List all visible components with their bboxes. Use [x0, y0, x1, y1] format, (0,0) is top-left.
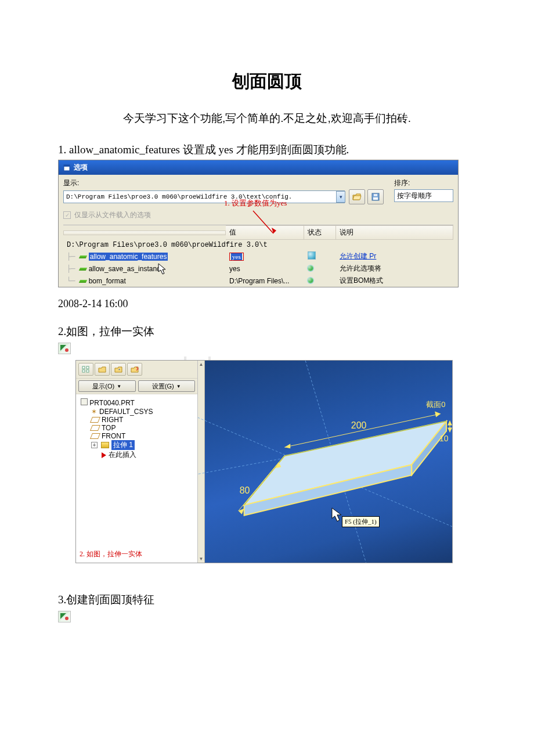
save-config-button[interactable]	[367, 189, 384, 204]
svg-rect-3	[373, 197, 378, 200]
option-value: D:\Program Files\...	[226, 276, 304, 286]
option-name: allow_anatomic_features	[89, 253, 168, 261]
svg-marker-26	[448, 421, 452, 426]
svg-rect-4	[374, 194, 377, 196]
model-geometry: 200 80 10 截面0	[198, 361, 452, 563]
timestamp-text: 2008-2-14 16:00	[58, 298, 476, 310]
expand-icon[interactable]: +	[91, 442, 98, 448]
show-label: 显示:	[63, 178, 384, 188]
options-dialog-titlebar: 选项	[59, 160, 458, 175]
tree-toolbar-button[interactable]: *	[111, 363, 126, 376]
sort-dropdown[interactable]: 按字母顺序	[394, 189, 453, 202]
tree-item[interactable]: FRONT	[78, 432, 195, 440]
feature-tooltip: F5 (拉伸_1)	[342, 516, 380, 527]
tree-root[interactable]: PRT0040.PRT	[78, 398, 195, 408]
config-path-dropdown[interactable]: ▾	[336, 191, 345, 203]
csys-icon: ✶	[91, 408, 97, 416]
section-label: 截面0	[426, 400, 445, 409]
col-name[interactable]	[63, 231, 226, 235]
option-desc: 允许此选项将	[336, 263, 453, 274]
part-icon	[81, 398, 88, 405]
col-status[interactable]: 状态	[304, 225, 336, 240]
svg-rect-7	[86, 366, 89, 369]
config-path-input[interactable]	[63, 190, 345, 203]
insert-arrow-icon	[102, 452, 106, 458]
extrude-icon	[101, 442, 109, 448]
dim-length: 200	[351, 420, 367, 430]
status-icon	[308, 251, 316, 260]
broken-image-icon	[58, 611, 71, 622]
status-icon	[308, 278, 313, 283]
figure2-annotation: 2. 如图，拉伸一实体	[80, 549, 142, 559]
tree-item[interactable]: TOP	[78, 424, 195, 432]
dim-width: 80	[240, 485, 250, 495]
svg-marker-21	[435, 412, 441, 417]
svg-rect-9	[86, 370, 89, 372]
svg-text:*: *	[118, 368, 120, 373]
step-3-text: 3.创建剖面圆顶特征	[58, 592, 476, 607]
tree-item[interactable]: ✶DEFAULT_CSYS	[78, 408, 195, 416]
options-dialog-title: 选项	[74, 163, 88, 172]
plane-icon	[90, 425, 100, 431]
tree-toolbar-button[interactable]	[95, 363, 110, 376]
only-loaded-checkbox[interactable]: ✓	[63, 211, 71, 219]
sort-label: 排序:	[394, 178, 453, 188]
proe-viewport: * 显示(O)▼ 设置(G)▼ PRT0040.PRT ✶DEFAULT_CSY…	[75, 360, 453, 563]
tree-toolbar-button[interactable]	[78, 363, 93, 376]
tree-item[interactable]: RIGHT	[78, 416, 195, 424]
status-icon	[308, 265, 313, 271]
page-title: 刨面圆顶	[58, 70, 476, 93]
tree-toolbar-button[interactable]	[127, 363, 142, 376]
broken-image-icon	[58, 343, 71, 354]
table-row[interactable]: ├─ allow_anatomic_features yes 允许创建 Pr	[63, 250, 453, 262]
option-desc: 允许创建 Pr	[340, 252, 376, 260]
svg-marker-20	[284, 444, 290, 448]
only-loaded-checkbox-row: ✓ 仅显示从文件载入的选项	[63, 210, 384, 220]
open-folder-button[interactable]	[349, 189, 365, 204]
col-desc[interactable]: 说明	[336, 225, 453, 240]
option-value: yes	[226, 264, 304, 273]
svg-rect-1	[64, 165, 70, 167]
table-row[interactable]: └─ bom_format D:\Program Files\... 设置BOM…	[63, 275, 453, 287]
option-icon	[80, 278, 86, 283]
dim-height: 10	[439, 434, 449, 443]
svg-rect-8	[82, 370, 85, 372]
option-icon	[80, 265, 86, 271]
svg-rect-6	[82, 366, 85, 369]
step-1-text: 1. allow_anatomic_features 设置成 yes 才能用到剖…	[58, 142, 476, 157]
step-2-text: 2.如图，拉伸一实体	[58, 324, 476, 339]
tree-item-extrude[interactable]: +拉伸 1	[78, 440, 195, 450]
options-dialog: 选项 显示: ▾ ✓ 仅显示从文件载入的选项	[58, 160, 459, 287]
plane-icon	[90, 417, 100, 423]
dialog-icon	[63, 164, 70, 171]
options-table-header: 值 状态 说明	[63, 225, 453, 240]
table-row[interactable]: ├─ allow_save_as_instance yes 允许此选项将	[63, 262, 453, 275]
only-loaded-label: 仅显示从文件载入的选项	[74, 210, 151, 220]
svg-marker-27	[448, 427, 452, 432]
intro-text: 今天学习下这个功能,写个简单的.不足之处,欢迎高手们拍砖.	[58, 111, 476, 126]
tree-item-insert[interactable]: 在此插入	[78, 450, 195, 460]
option-desc: 设置BOM格式	[336, 275, 453, 286]
plane-icon	[90, 433, 100, 439]
col-value[interactable]: 值	[226, 225, 304, 240]
figure1-annotation: 1. 设置参数值为yes	[224, 198, 287, 208]
model-tree-panel: * 显示(O)▼ 设置(G)▼ PRT0040.PRT ✶DEFAULT_CSY…	[76, 361, 198, 563]
cursor-icon	[332, 508, 341, 521]
option-icon	[80, 253, 86, 259]
options-group-row: D:\Program Files\proe3.0 m060\proeWildfi…	[63, 240, 453, 250]
option-name: allow_save_as_instance	[89, 265, 164, 273]
3d-viewport[interactable]: ▲ ▼ 200 80	[198, 361, 452, 563]
option-name: bom_format	[89, 277, 126, 285]
show-dropdown[interactable]: 显示(O)▼	[78, 380, 136, 392]
settings-dropdown[interactable]: 设置(G)▼	[138, 380, 196, 392]
option-value[interactable]: yes	[231, 253, 242, 260]
